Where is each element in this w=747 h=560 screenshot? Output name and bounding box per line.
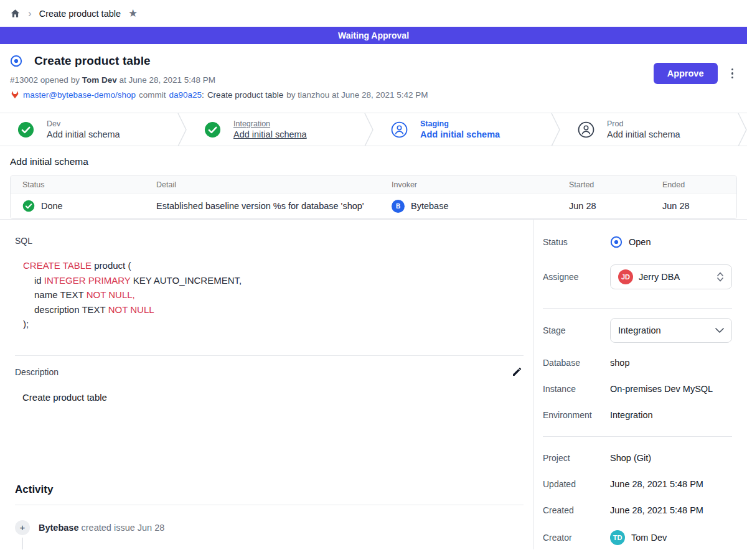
task-section: Add initial schema Status Detail Invoker… [0, 146, 747, 219]
task-done-icon [22, 200, 35, 212]
divider [15, 505, 524, 505]
description-body: Create product table [22, 392, 524, 403]
sidebar-creator-row: Creator TD Tom Dev [543, 530, 732, 545]
created-value: June 28, 2021 5:48 PM [610, 505, 732, 515]
branch-repo-link[interactable]: master@bytebase-demo/shop [23, 90, 136, 100]
stage-separator-icon [551, 113, 560, 146]
sidebar-instance-row: Instance On-premises Dev MySQL [543, 384, 732, 394]
commit-byline: by tianzhou at June 28, 2021 5:42 PM [286, 90, 428, 100]
home-icon[interactable] [10, 8, 21, 19]
updated-value: June 28, 2021 5:48 PM [610, 479, 732, 489]
instance-value: On-premises Dev MySQL [610, 384, 732, 394]
environment-value: Integration [610, 410, 732, 420]
sql-label: SQL [15, 236, 524, 246]
chevron-down-icon [715, 328, 724, 333]
divider [15, 355, 524, 356]
stage-dev[interactable]: DevAdd initial schema [0, 113, 177, 146]
issue-header: Create product table Approve #13002 open… [0, 44, 747, 113]
breadcrumb-chevron-icon: › [28, 8, 32, 19]
stage-pending-person-icon [391, 121, 408, 138]
breadcrumb-page-title: Create product table [39, 9, 121, 19]
sidebar-created-row: Created June 28, 2021 5:48 PM [543, 505, 732, 515]
activity-add-icon: + [15, 520, 30, 535]
status-banner-text: Waiting Approval [338, 30, 409, 40]
stage-value: Integration [618, 325, 661, 335]
sidebar-updated-row: Updated June 28, 2021 5:48 PM [543, 479, 732, 489]
database-value: shop [610, 358, 732, 368]
issue-open-icon [10, 55, 22, 67]
sql-statement: CREATE TABLE product ( id INTEGER PRIMAR… [23, 258, 524, 332]
stage-integration[interactable]: IntegrationAdd initial schema [187, 113, 364, 146]
issue-sidebar: Status Open Assignee JD Jerry DBA Stage … [534, 220, 747, 549]
invoker-avatar: B [392, 200, 405, 213]
issue-id: #13002 [10, 75, 38, 85]
task-detail: Established baseline version %s for data… [156, 201, 392, 211]
sidebar-stage-row: Stage Integration [543, 318, 732, 343]
activity-action: created issue Jun 28 [82, 523, 165, 533]
status-open-icon [610, 236, 622, 248]
divider [543, 436, 732, 437]
sidebar-environment-row: Environment Integration [543, 410, 732, 420]
issue-author: Tom Dev [82, 75, 117, 85]
creator-value: Tom Dev [631, 533, 667, 543]
task-section-title: Add initial schema [10, 156, 737, 167]
task-started: Jun 28 [569, 201, 662, 211]
project-value: Shop (Git) [610, 453, 732, 463]
activity-title: Activity [15, 483, 524, 496]
task-table: Status Detail Invoker Started Ended Done… [10, 175, 737, 219]
sidebar-assignee-row: Assignee JD Jerry DBA [543, 264, 732, 289]
commit-line: master@bytebase-demo/shop commit da90a25… [10, 90, 737, 100]
gitlab-icon [10, 90, 20, 100]
task-ended: Jun 28 [662, 201, 736, 211]
activity-actor: Bytebase [39, 523, 78, 533]
status-banner: Waiting Approval [0, 27, 747, 44]
task-status: Done [41, 201, 63, 211]
issue-meta: #13002 opened by Tom Dev at June 28, 202… [10, 75, 737, 85]
sidebar-database-row: Database shop [543, 358, 732, 368]
creator-avatar: TD [610, 530, 625, 545]
favorite-star-icon[interactable]: ★ [128, 8, 138, 19]
timeline-connector [22, 538, 23, 550]
stage-staging[interactable]: StagingAdd initial schema [374, 113, 551, 146]
sidebar-project-row: Project Shop (Git) [543, 453, 732, 463]
task-table-row[interactable]: Done Established baseline version %s for… [11, 194, 736, 218]
task-table-header: Status Detail Invoker Started Ended [11, 176, 736, 194]
status-value: Open [629, 237, 651, 247]
assignee-select[interactable]: JD Jerry DBA [610, 264, 732, 289]
description-label: Description [15, 367, 59, 377]
edit-description-icon[interactable] [511, 366, 524, 378]
stage-pending-person-icon [578, 121, 594, 138]
task-invoker: Bytebase [411, 201, 448, 211]
assignee-avatar: JD [618, 269, 633, 284]
assignee-value: Jerry DBA [639, 272, 680, 282]
page-title: Create product table [34, 54, 151, 68]
stage-separator-icon [738, 113, 747, 146]
commit-hash-link[interactable]: da90a25 [169, 90, 202, 100]
activity-item: + Bytebase created issue Jun 28 [15, 520, 524, 550]
stepper-icon [716, 271, 724, 282]
stage-separator-icon [177, 113, 187, 146]
stage-prod[interactable]: ProdAdd initial schema [560, 113, 738, 146]
breadcrumb: › Create product table ★ [0, 0, 747, 27]
commit-message: Create product table [207, 90, 283, 100]
issue-opened-at: at June 28, 2021 5:48 PM [119, 75, 215, 85]
sidebar-status-row: Status Open [543, 236, 732, 248]
divider [543, 308, 732, 309]
pipeline-stage-bar: DevAdd initial schema IntegrationAdd ini… [0, 113, 747, 146]
stage-separator-icon [364, 113, 374, 146]
stage-done-icon [204, 121, 221, 138]
stage-done-icon [17, 121, 34, 138]
issue-main-panel: SQL CREATE TABLE product ( id INTEGER PR… [0, 220, 534, 549]
approve-button[interactable]: Approve [654, 63, 718, 84]
stage-select[interactable]: Integration [610, 318, 732, 343]
more-actions-icon[interactable] [728, 66, 738, 82]
